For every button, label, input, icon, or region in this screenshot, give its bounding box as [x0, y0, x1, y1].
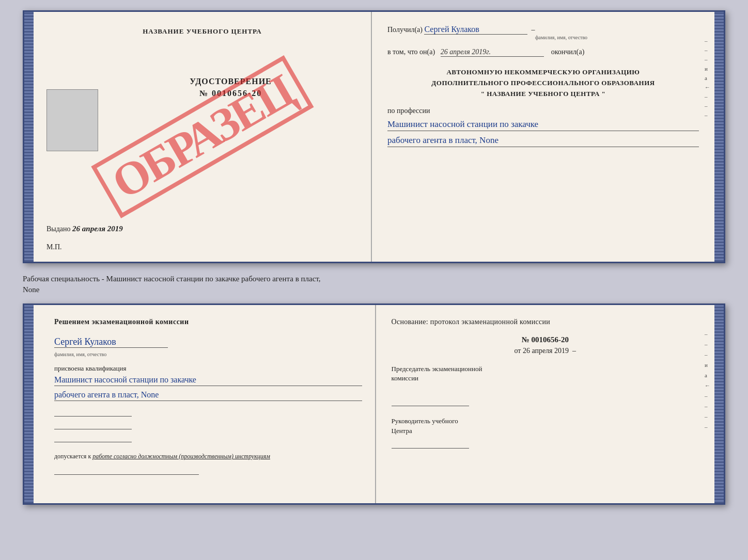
director-line1: Руководитель учебного: [392, 417, 699, 426]
allowed-line: допускается к работе согласно должностны…: [54, 453, 362, 460]
chairman-line1: Председатель экзаменационной: [392, 364, 699, 374]
allowed-label: допускается к: [54, 453, 91, 460]
org-line2: ДОПОЛНИТЕЛЬНОГО ПРОФЕССИОНАЛЬНОГО ОБРАЗО…: [387, 78, 699, 89]
qualification-line2: рабочего агента в пласт, None: [54, 390, 362, 401]
sig-line2: [54, 419, 132, 429]
org-block: АВТОНОМНУЮ НЕКОММЕРЧЕСКУЮ ОРГАНИЗАЦИЮ ДО…: [387, 67, 699, 99]
basis-text: Основание: протокол экзаменационной коми…: [392, 318, 699, 326]
person-name: Сергей Кулаков: [54, 337, 168, 348]
sig-line1: [54, 406, 132, 417]
director-label: Руководитель учебного Центра: [392, 417, 699, 435]
cert-number: № 0010656-20: [103, 89, 358, 98]
protocol-date: от 26 апреля 2019 –: [392, 347, 699, 355]
bottom-spine-right: [714, 305, 724, 503]
sig-line-bottom: [54, 465, 199, 475]
date-label: в том, что он(а): [387, 48, 435, 56]
middle-text-block: Рабочая специальность - Машинист насосно…: [23, 269, 725, 297]
org-line1: АВТОНОМНУЮ НЕКОММЕРЧЕСКУЮ ОРГАНИЗАЦИЮ: [387, 67, 699, 78]
org-line3: " НАЗВАНИЕ УЧЕБНОГО ЦЕНТРА ": [387, 89, 699, 100]
field-hint-bottom: фамилия, имя, отчество: [54, 351, 106, 357]
mp-label: М.П.: [46, 243, 62, 251]
bottom-certificate: Решением экзаменационной комиссии Сергей…: [23, 303, 725, 505]
photo-placeholder: [46, 89, 98, 151]
chairman-line2: комиссии: [392, 374, 699, 383]
director-line2: Центра: [392, 426, 699, 436]
received-line: Получил(а) Сергей Кулаков – фамилия, имя…: [387, 25, 699, 40]
middle-line2: None: [23, 284, 725, 295]
issued-line: Выдано 26 апреля 2019: [46, 225, 123, 233]
profession-line2: рабочего агента в пласт, None: [387, 135, 699, 147]
qualification-line1: Машинист насосной станции по закачке: [54, 375, 362, 386]
middle-line1: Рабочая специальность - Машинист насосно…: [23, 274, 725, 284]
spine-left: [24, 12, 34, 262]
issued-date: 26 апреля 2019: [72, 225, 123, 233]
cert-title: УДОСТОВЕРЕНИЕ: [103, 77, 358, 86]
received-label: Получил(а): [387, 26, 423, 34]
profession-line1: Машинист насосной станции по закачке: [387, 119, 699, 131]
commission-title: Решением экзаменационной комиссии: [54, 318, 362, 326]
director-sig: [392, 438, 469, 449]
bottom-left-page: Решением экзаменационной комиссии Сергей…: [34, 305, 376, 503]
profession-label: по профессии: [387, 107, 699, 115]
qualification-label: присвоена квалификация: [54, 364, 362, 373]
protocol-date-value: 26 апреля 2019: [523, 347, 569, 355]
protocol-number: № 0010656-20: [392, 335, 699, 344]
school-name-top: НАЗВАНИЕ УЧЕБНОГО ЦЕНТРА: [46, 27, 358, 36]
chairman-sig: [392, 396, 469, 406]
side-marks-bottom: – – – и а ← – – – –: [705, 331, 710, 430]
top-certificate: НАЗВАНИЕ УЧЕБНОГО ЦЕНТРА УДОСТОВЕРЕНИЕ №…: [23, 10, 725, 263]
bottom-spine-left: [24, 305, 34, 503]
finished-label: окончил(а): [551, 48, 585, 56]
protocol-date-label: от: [514, 347, 521, 355]
sig-line3: [54, 432, 132, 442]
side-marks-top: – – – и а ← – – –: [705, 38, 710, 118]
cert-left-page: НАЗВАНИЕ УЧЕБНОГО ЦЕНТРА УДОСТОВЕРЕНИЕ №…: [34, 12, 372, 262]
date-value: 26 апреля 2019г.: [441, 48, 544, 57]
person-name-block: Сергей Кулаков фамилия, имя, отчество: [54, 337, 362, 358]
spine-right: [714, 12, 724, 262]
date-line: в том, что он(а) 26 апреля 2019г. окончи…: [387, 48, 699, 57]
bottom-right-page: – – – и а ← – – – – Основание: протокол …: [376, 305, 715, 503]
field-hint-top: фамилия, имя, отчество: [424, 35, 699, 40]
chairman-label: Председатель экзаменационной комиссии: [392, 364, 699, 383]
issued-label: Выдано: [46, 225, 71, 233]
cert-right-page: – – – и а ← – – – Получил(а) Сергей Кула…: [372, 12, 714, 262]
recipient-name: Сергей Кулаков: [424, 25, 527, 35]
allowed-value: работе согласно должностным (производств…: [92, 453, 270, 460]
